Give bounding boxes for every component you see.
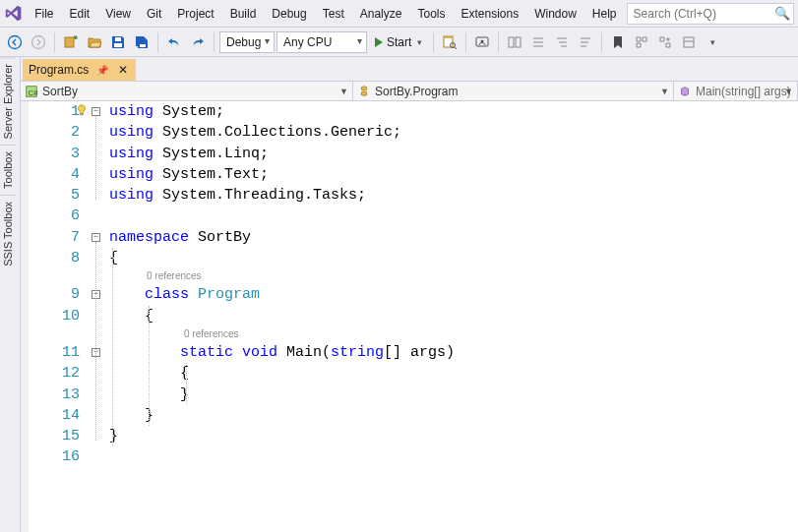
menu-bar: FileEditViewGitProjectBuildDebugTestAnal… xyxy=(0,0,798,28)
line-number: 6 xyxy=(29,206,80,226)
sidetab-ssis-toolbox[interactable]: SSIS Toolbox xyxy=(0,195,16,272)
svg-rect-5 xyxy=(140,44,146,47)
menu-tools[interactable]: Tools xyxy=(409,3,453,25)
code-text[interactable]: using System;using System.Collections.Ge… xyxy=(109,101,455,532)
menu-window[interactable]: Window xyxy=(526,3,584,25)
toolbar-overflow[interactable]: ▾ xyxy=(702,31,723,53)
code-editor[interactable]: 12345678910111213141516 −−−− using Syste… xyxy=(21,101,798,532)
nav-class-combo[interactable]: SortBy.Program ▼ xyxy=(353,82,674,100)
nav-project-combo[interactable]: C# SortBy ▼ xyxy=(21,82,353,100)
menu-analyze[interactable]: Analyze xyxy=(352,3,410,25)
code-line[interactable] xyxy=(109,206,455,226)
code-line[interactable]: static void Main(string[] args) xyxy=(109,342,455,363)
vs-logo-icon xyxy=(4,3,23,25)
nav-member-label: Main(string[] args) xyxy=(696,85,791,98)
svg-point-1 xyxy=(32,35,45,48)
toolbar-btn-b[interactable] xyxy=(527,31,549,53)
menu-debug[interactable]: Debug xyxy=(264,3,314,25)
separator xyxy=(498,32,499,52)
open-file-button[interactable] xyxy=(84,31,105,53)
code-line[interactable]: class Program xyxy=(109,284,455,305)
codelens[interactable]: 0 references xyxy=(109,326,455,342)
back-button[interactable] xyxy=(4,31,26,53)
fold-toggle[interactable]: − xyxy=(92,107,100,116)
close-icon[interactable]: ✕ xyxy=(116,63,130,77)
separator xyxy=(465,32,466,52)
document-tab[interactable]: Program.cs 📌 ✕ xyxy=(23,59,136,81)
outlining-margin: −−−− xyxy=(90,101,109,532)
pin-icon[interactable]: 📌 xyxy=(94,65,110,76)
code-line[interactable]: using System.Linq; xyxy=(109,144,455,164)
toolbar-btn-e[interactable] xyxy=(631,31,652,53)
code-line[interactable]: } xyxy=(109,426,455,446)
menu-help[interactable]: Help xyxy=(584,3,625,25)
separator xyxy=(433,32,434,52)
toolbar: Debug Any CPU Start ▾ ▾ xyxy=(0,28,798,57)
code-line[interactable]: } xyxy=(109,405,455,426)
menu-git[interactable]: Git xyxy=(139,3,169,25)
line-number: 4 xyxy=(29,164,80,185)
class-icon xyxy=(357,85,371,98)
line-number: 13 xyxy=(29,384,80,405)
menu-extensions[interactable]: Extensions xyxy=(453,3,526,25)
config-combo[interactable]: Debug xyxy=(219,31,275,53)
undo-button[interactable] xyxy=(163,31,185,53)
nav-class-label: SortBy.Program xyxy=(375,85,458,98)
code-line[interactable]: using System.Text; xyxy=(109,164,455,185)
bookmark-button[interactable] xyxy=(607,31,629,53)
code-line[interactable]: namespace SortBy xyxy=(109,227,455,248)
code-line[interactable]: } xyxy=(109,384,455,405)
code-line[interactable]: using System.Collections.Generic; xyxy=(109,122,455,143)
live-share-button[interactable] xyxy=(471,31,493,53)
csharp-project-icon: C# xyxy=(25,85,38,98)
fold-toggle[interactable]: − xyxy=(92,233,100,242)
forward-button[interactable] xyxy=(28,31,49,53)
svg-rect-3 xyxy=(114,43,122,47)
lightbulb-icon[interactable] xyxy=(75,103,89,120)
side-tool-tabs: Server ExplorerToolboxSSIS Toolbox xyxy=(0,57,21,532)
nav-member-combo[interactable]: Main(string[] args) ▼ xyxy=(674,82,798,100)
new-project-button[interactable] xyxy=(60,31,82,53)
menu-test[interactable]: Test xyxy=(315,3,352,25)
codelens[interactable]: 0 references xyxy=(109,268,455,284)
sidetab-toolbox[interactable]: Toolbox xyxy=(0,145,16,195)
start-button[interactable]: Start ▾ xyxy=(369,31,428,53)
svg-rect-13 xyxy=(684,37,694,47)
svg-rect-4 xyxy=(115,37,121,41)
code-line[interactable]: using System.Threading.Tasks; xyxy=(109,185,455,206)
menu-edit[interactable]: Edit xyxy=(61,3,97,25)
separator xyxy=(601,32,602,52)
toolbar-btn-c[interactable] xyxy=(551,31,573,53)
menu-view[interactable]: View xyxy=(97,3,139,25)
play-icon xyxy=(375,37,383,47)
svg-rect-2 xyxy=(65,37,74,47)
start-label: Start xyxy=(387,35,411,49)
menu-items: FileEditViewGitProjectBuildDebugTestAnal… xyxy=(27,3,624,25)
svg-point-0 xyxy=(9,35,22,48)
separator xyxy=(157,32,158,52)
search-icon[interactable]: 🔍 xyxy=(774,6,790,21)
toolbar-btn-f[interactable] xyxy=(654,31,676,53)
code-line[interactable]: { xyxy=(109,248,455,268)
code-line[interactable] xyxy=(109,446,455,467)
sidetab-server-explorer[interactable]: Server Explorer xyxy=(0,57,16,145)
line-number: 14 xyxy=(29,405,80,426)
platform-combo[interactable]: Any CPU xyxy=(276,31,367,53)
code-line[interactable]: { xyxy=(109,306,455,326)
save-all-button[interactable] xyxy=(131,31,153,53)
code-nav-bar: C# SortBy ▼ SortBy.Program ▼ Main(string… xyxy=(21,81,798,101)
menu-build[interactable]: Build xyxy=(222,3,265,25)
toolbar-btn-a[interactable] xyxy=(504,31,525,53)
find-in-files-button[interactable] xyxy=(439,31,460,53)
menu-file[interactable]: File xyxy=(27,3,61,25)
chevron-down-icon: ▼ xyxy=(784,87,793,96)
line-number: 8 xyxy=(29,248,80,268)
save-button[interactable] xyxy=(107,31,129,53)
search-input[interactable] xyxy=(627,3,794,25)
toolbar-btn-d[interactable] xyxy=(575,31,596,53)
menu-project[interactable]: Project xyxy=(169,3,221,25)
toolbar-btn-g[interactable] xyxy=(678,31,700,53)
redo-button[interactable] xyxy=(187,31,209,53)
code-line[interactable]: { xyxy=(109,363,455,384)
code-line[interactable]: using System; xyxy=(109,101,455,122)
